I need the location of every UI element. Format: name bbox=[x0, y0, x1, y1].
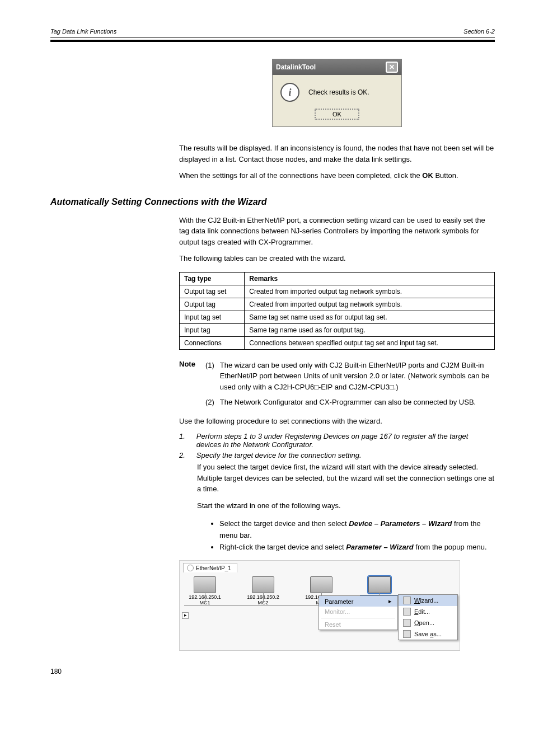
table-cell: Same tag set name used as for output tag… bbox=[245, 311, 495, 323]
menu-reset: Reset bbox=[319, 619, 397, 630]
edit-icon bbox=[403, 608, 411, 616]
table-cell: Connections between specified output tag… bbox=[245, 336, 495, 349]
dialog-title-text: DatalinkTool bbox=[276, 63, 316, 71]
dialog-message: Check results is OK. bbox=[308, 88, 369, 96]
table-cell: Input tag bbox=[180, 323, 245, 336]
header-rule-thick bbox=[50, 40, 495, 42]
submenu-open[interactable]: Open... bbox=[399, 617, 457, 628]
table-row: Input tag setSame tag set name used as f… bbox=[180, 311, 495, 323]
step2-bullet-2: Right-click the target device and select… bbox=[219, 542, 495, 553]
table-cell: Created from imported output tag network… bbox=[245, 285, 495, 298]
step2-num: 2. bbox=[179, 451, 185, 459]
section-p2: The following tables can be created with… bbox=[179, 253, 495, 264]
step2-p2: Start the wizard in one of the following… bbox=[197, 500, 495, 511]
note-num-2: (2) bbox=[205, 397, 214, 408]
table-row: Output tagCreated from imported output t… bbox=[180, 298, 495, 311]
para-alldone: When the settings for all of the connect… bbox=[179, 170, 495, 181]
wizard-icon bbox=[403, 597, 411, 604]
note-2: The Network Configurator and CX-Programm… bbox=[220, 397, 476, 408]
step2-head-text: Specify the target device for the connec… bbox=[196, 451, 362, 459]
note-num-1: (1) bbox=[205, 360, 214, 393]
context-menu: Parameter ▸ Monitor... Reset bbox=[318, 595, 398, 630]
close-icon[interactable]: ✕ bbox=[386, 62, 398, 73]
device-icon bbox=[368, 576, 391, 593]
submenu-open-label: pen... bbox=[419, 619, 435, 626]
table-row: Output tag setCreated from imported outp… bbox=[180, 285, 495, 298]
submenu-edit[interactable]: Edit... bbox=[399, 606, 457, 617]
page-number: 180 bbox=[50, 668, 495, 675]
table-row: Input tagSame tag name used as for outpu… bbox=[180, 323, 495, 336]
device-node[interactable]: 192.168.250.1 MC1 bbox=[185, 576, 224, 606]
tab-label: EtherNet/IP_1 bbox=[196, 565, 231, 571]
dialog-datalinktool: DatalinkTool ✕ i Check results is OK. OK bbox=[272, 59, 402, 127]
table-cell: Created from imported output tag network… bbox=[245, 298, 495, 311]
table-cell: Connections bbox=[180, 336, 245, 349]
device-node[interactable]: 192.168.250.2 MC2 bbox=[243, 576, 283, 606]
header-left: Tag Data Link Functions bbox=[50, 28, 116, 35]
th-tagtype: Tag type bbox=[180, 272, 245, 285]
step-2-head: 2. Specify the target device for the con… bbox=[179, 451, 495, 459]
step1-text: Perform steps 1 to 3 under Registering D… bbox=[196, 432, 495, 449]
tag-type-table: Tag type Remarks Output tag setCreated f… bbox=[179, 272, 495, 350]
step2-p1: If you select the target device first, t… bbox=[197, 462, 495, 495]
section-heading: Automatically Setting Connections with t… bbox=[50, 197, 495, 207]
note-label: Note bbox=[179, 360, 195, 408]
chevron-right-icon: ▸ bbox=[388, 598, 392, 605]
dialog-titlebar: DatalinkTool ✕ bbox=[273, 59, 401, 75]
step2-bullet-1: Select the target device and then select… bbox=[219, 518, 495, 542]
step-1: 1. Perform steps 1 to 3 under Registerin… bbox=[179, 432, 495, 449]
step1-num: 1. bbox=[179, 432, 185, 449]
tab-ethernetip[interactable]: EtherNet/IP_1 bbox=[183, 563, 237, 572]
menu-monitor-label: Monitor... bbox=[325, 608, 350, 615]
header-right: Section 6-2 bbox=[463, 28, 495, 35]
submenu-wizard-label: izard... bbox=[420, 597, 438, 604]
steps-intro: Use the following procedure to set conne… bbox=[179, 416, 495, 427]
tab-circle-icon bbox=[187, 565, 194, 571]
header-rule-thin bbox=[50, 37, 495, 37]
table-cell: Output tag bbox=[180, 298, 245, 311]
menu-monitor: Monitor... bbox=[319, 607, 397, 617]
submenu-edit-label: dit... bbox=[418, 608, 430, 615]
menu-separator bbox=[321, 618, 395, 618]
menu-parameter[interactable]: Parameter ▸ bbox=[319, 596, 397, 607]
parameter-submenu: Wizard... Edit... Open... Save as... bbox=[398, 594, 458, 640]
expand-icon[interactable]: ▸ bbox=[182, 612, 189, 619]
device-icon bbox=[252, 576, 274, 593]
device-icon bbox=[310, 576, 332, 593]
ok-button[interactable]: OK bbox=[315, 109, 359, 120]
para-results: The results will be displayed. If an inc… bbox=[179, 143, 495, 165]
th-remarks: Remarks bbox=[245, 272, 495, 285]
submenu-wizard[interactable]: Wizard... bbox=[399, 595, 457, 606]
table-cell: Output tag set bbox=[180, 285, 245, 298]
table-cell: Same tag name used as for output tag. bbox=[245, 323, 495, 336]
menu-parameter-label: Parameter bbox=[325, 598, 353, 605]
table-cell: Input tag set bbox=[180, 311, 245, 323]
section-p1: With the CJ2 Built-in EtherNet/IP port, … bbox=[179, 215, 495, 248]
submenu-saveas-label: s... bbox=[433, 631, 442, 637]
menu-reset-label: Reset bbox=[325, 621, 341, 628]
notes-block: Note (1) The wizard can be used only wit… bbox=[179, 360, 495, 408]
submenu-saveas[interactable]: Save as... bbox=[399, 628, 457, 640]
info-icon: i bbox=[280, 83, 299, 102]
network-configurator-window: EtherNet/IP_1 192.168.250.1 MC1 192.168.… bbox=[179, 560, 460, 651]
save-icon bbox=[403, 630, 411, 638]
open-icon bbox=[403, 619, 411, 627]
device-icon bbox=[194, 576, 216, 593]
table-row: ConnectionsConnections between specified… bbox=[180, 336, 495, 349]
note-1: The wizard can be used only with CJ2 Bui… bbox=[220, 360, 495, 393]
